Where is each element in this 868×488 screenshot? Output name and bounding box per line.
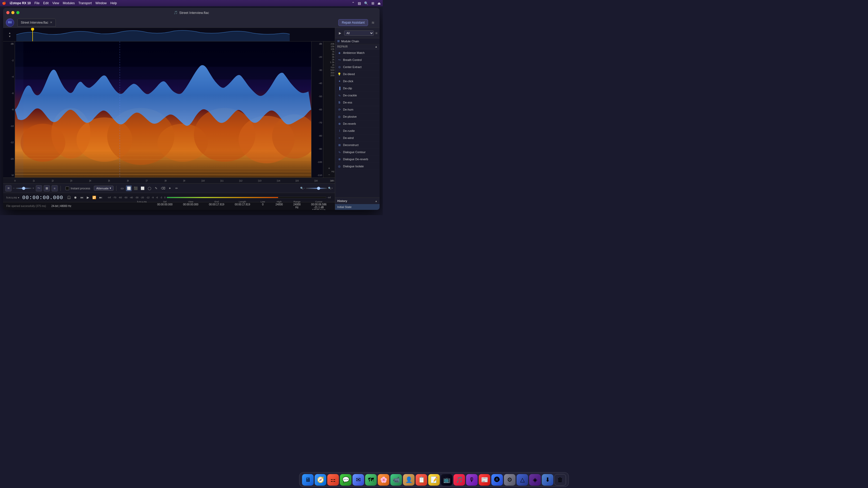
instant-process-checkbox[interactable] bbox=[65, 187, 69, 190]
hz-200: 200 bbox=[324, 74, 334, 77]
db-label-header: dB bbox=[311, 42, 323, 45]
waveform-mode-btn[interactable]: ≋ bbox=[5, 185, 11, 192]
module-item-dialogue-de-reverb[interactable]: ⊗ Dialogue De-reverb bbox=[335, 156, 380, 163]
menu-transport[interactable]: Transport bbox=[78, 1, 92, 5]
menu-icon-5[interactable]: ⏏ bbox=[377, 1, 381, 5]
loop-btn[interactable]: 🔁 bbox=[92, 195, 97, 200]
de-rustle-icon: ⌇ bbox=[337, 129, 341, 133]
zoom-plus-icon[interactable]: + bbox=[33, 187, 34, 190]
play-all-button[interactable]: ▶ bbox=[337, 30, 343, 36]
zoom-level-thumb bbox=[317, 187, 320, 190]
rect-select-tool[interactable]: ⬜ bbox=[126, 186, 132, 191]
select-tool[interactable]: ▭ bbox=[119, 186, 125, 191]
close-button[interactable] bbox=[6, 11, 9, 14]
history-initial-state[interactable]: Initial State bbox=[335, 204, 380, 210]
menu-window[interactable]: Window bbox=[95, 1, 107, 5]
zoom-minus-icon[interactable]: − bbox=[13, 187, 15, 190]
headphone-btn[interactable]: 🎧 bbox=[66, 195, 72, 200]
repair-assistant-button[interactable]: Repair Assistant bbox=[338, 19, 368, 26]
repair-toggle-icon[interactable]: ▲ bbox=[375, 45, 377, 48]
menu-icon-2[interactable]: ▤ bbox=[358, 1, 361, 5]
module-item-de-rustle[interactable]: ⌇ De-rustle bbox=[335, 127, 380, 134]
module-item-de-wind[interactable]: ≈ De-wind bbox=[335, 134, 380, 141]
module-item-deconstruct[interactable]: ⊞ Deconstruct bbox=[335, 141, 380, 149]
zoom-in-h-icon[interactable]: 🔍+ bbox=[328, 187, 333, 190]
attenuation-label: Attenuate bbox=[96, 187, 108, 190]
apple-menu[interactable]: 🍎 bbox=[2, 1, 6, 5]
menu-icon-1[interactable]: ⌃ bbox=[352, 1, 354, 5]
time-4: |4 bbox=[89, 180, 91, 182]
wave-btn[interactable]: 〜 bbox=[36, 185, 42, 192]
freq-select-tool[interactable]: ⬜ bbox=[140, 186, 145, 191]
overview-waveform-svg bbox=[16, 28, 335, 41]
tab-close-icon[interactable]: ✕ bbox=[50, 21, 52, 24]
ambience-match-label: Ambience Match bbox=[343, 51, 365, 54]
panel-menu-icon[interactable]: ≡ bbox=[375, 31, 377, 35]
module-item-de-reverb[interactable]: ⊗ De-reverb bbox=[335, 120, 380, 127]
module-item-dialogue-isolate[interactable]: ◎ Dialogue Isolate bbox=[335, 163, 380, 170]
record-btn[interactable]: ⏺ bbox=[73, 195, 78, 200]
file-tab[interactable]: Street Interview.flac ✕ bbox=[17, 19, 56, 27]
collapse-arrow-up[interactable]: ▲ bbox=[8, 32, 11, 34]
module-item-breath-control[interactable]: 〜 Breath Control bbox=[335, 57, 380, 64]
bit-depth-info: 24-bit | 48000 Hz bbox=[51, 205, 71, 207]
attenuation-dropdown[interactable]: Attenuate ▾ bbox=[94, 186, 114, 191]
playhead-dot bbox=[31, 28, 34, 31]
heal-tool[interactable]: ✦ bbox=[167, 186, 173, 191]
skip-btn[interactable]: ⏭ bbox=[98, 195, 103, 200]
zoom-slider[interactable] bbox=[16, 188, 32, 189]
db-label-80: -80 bbox=[311, 134, 323, 137]
brush-tool[interactable]: ✎ bbox=[153, 186, 159, 191]
module-item-de-click[interactable]: ✦ De-click bbox=[335, 78, 380, 85]
module-chain-item[interactable]: ⊞ Module Chain bbox=[335, 38, 380, 44]
pencil-tool[interactable]: ✏ bbox=[174, 186, 180, 191]
module-item-de-bleed[interactable]: 💡 De-bleed bbox=[335, 71, 380, 78]
menu-view[interactable]: View bbox=[52, 1, 59, 5]
zoom-out-h-icon[interactable]: 🔍− bbox=[300, 187, 305, 190]
maximize-button[interactable] bbox=[16, 11, 20, 14]
app-name[interactable]: iZotope RX 10 bbox=[10, 1, 31, 5]
time-13: |13 bbox=[258, 180, 261, 182]
zoom-level-slider[interactable] bbox=[306, 188, 327, 189]
titlebar: 🎵 Street Interview.flac bbox=[3, 8, 380, 17]
history-header[interactable]: History ▲ bbox=[335, 198, 380, 204]
menu-edit[interactable]: Edit bbox=[43, 1, 49, 5]
play-btn[interactable]: ▶ bbox=[86, 195, 91, 200]
deconstruct-icon: ⊞ bbox=[337, 143, 341, 147]
view-col: View 00:00:00.000 bbox=[183, 200, 198, 210]
back-to-start-btn[interactable]: ⏮ bbox=[79, 195, 84, 200]
hz-500: 500 bbox=[324, 69, 334, 71]
collapse-arrow-down[interactable]: ▼ bbox=[8, 35, 11, 38]
module-item-dialogue-contour[interactable]: ∿ Dialogue Contour bbox=[335, 149, 380, 156]
db-label-70: -70 bbox=[311, 121, 323, 124]
menu-modules[interactable]: Modules bbox=[63, 1, 75, 5]
menu-icon-3[interactable]: 🔍 bbox=[364, 1, 368, 5]
module-item-de-crackle[interactable]: ∿ De-crackle bbox=[335, 92, 380, 99]
menu-file[interactable]: File bbox=[34, 1, 39, 5]
combo-btn[interactable]: ≡ bbox=[52, 185, 58, 192]
dialogue-contour-label: Dialogue Contour bbox=[343, 151, 366, 154]
menu-icon-4[interactable]: ⊞ bbox=[371, 1, 374, 5]
zoom-out-icon[interactable]: − bbox=[324, 173, 334, 176]
time-select-tool[interactable]: ⬛ bbox=[133, 186, 138, 191]
menu-help[interactable]: Help bbox=[111, 1, 117, 5]
meter-label-inf: -Inf bbox=[107, 196, 111, 199]
minimize-button[interactable] bbox=[11, 11, 14, 14]
lasso-tool[interactable]: ◯ bbox=[147, 186, 152, 191]
zoom-in-icon[interactable]: + bbox=[324, 166, 334, 170]
center-extract-label: Center Extract bbox=[343, 65, 362, 69]
module-item-de-hum[interactable]: ⟳ De-hum bbox=[335, 106, 380, 113]
module-item-de-ess[interactable]: S De-ess bbox=[335, 99, 380, 106]
module-item-ambience-match[interactable]: ◈ Ambience Match bbox=[335, 50, 380, 57]
low-col: Low 0 bbox=[260, 200, 265, 210]
module-filter-select[interactable]: All bbox=[344, 30, 374, 36]
transport-controls: 🎧 ⏺ ⏮ ▶ 🔁 ⏭ bbox=[66, 195, 103, 200]
waveform-toggle-icon[interactable]: ≋ bbox=[371, 21, 375, 25]
module-item-de-clip[interactable]: ▐ De-clip bbox=[335, 85, 380, 92]
eraser-tool[interactable]: ⌫ bbox=[160, 186, 166, 191]
timecode-format[interactable]: h:m:s.ms ▾ bbox=[6, 196, 19, 199]
spectrogram-main[interactable] bbox=[15, 41, 311, 177]
module-item-de-plosive[interactable]: ◎ De-plosive bbox=[335, 113, 380, 120]
spec-btn[interactable]: ▦ bbox=[44, 185, 50, 192]
module-item-center-extract[interactable]: ⊙ Center Extract bbox=[335, 64, 380, 71]
